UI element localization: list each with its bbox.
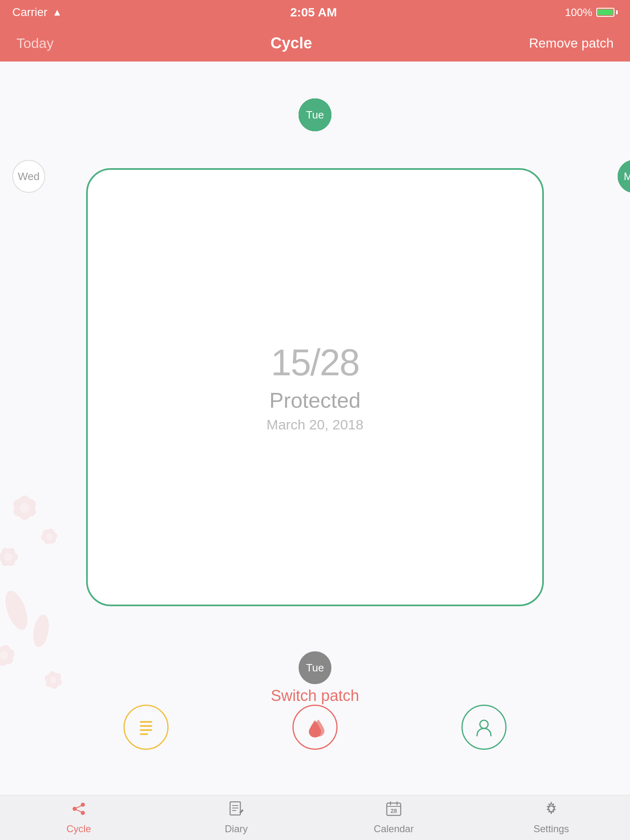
svg-point-26 bbox=[480, 720, 488, 728]
cycle-info-card[interactable]: 15/28 Protected March 20, 2018 bbox=[86, 168, 544, 606]
status-time: 2:05 AM bbox=[290, 5, 337, 19]
drop-icon bbox=[305, 717, 325, 737]
header-title: Cycle bbox=[271, 34, 312, 52]
left-day-badge[interactable]: Wed bbox=[12, 160, 45, 193]
status-right: 100% bbox=[565, 6, 618, 19]
svg-line-31 bbox=[76, 810, 82, 812]
battery-icon bbox=[596, 8, 618, 17]
status-bar: Carrier ▲ 2:05 AM 100% bbox=[0, 0, 630, 25]
svg-point-15 bbox=[0, 646, 16, 664]
svg-point-21 bbox=[50, 677, 57, 683]
svg-rect-23 bbox=[140, 725, 152, 727]
main-content: TueWedThuFriSatSunMonTue MonSunSatFriThu… bbox=[0, 62, 630, 795]
svg-point-8 bbox=[42, 527, 57, 546]
status-left: Carrier ▲ bbox=[12, 6, 62, 19]
tab-settings[interactable]: Settings bbox=[472, 795, 630, 840]
tab-bar: Cycle Diary 28 Calendar bbox=[0, 795, 630, 840]
cycle-fraction: 15/28 bbox=[271, 342, 359, 384]
svg-text:28: 28 bbox=[390, 808, 397, 814]
app-header: Today Cycle Remove patch bbox=[0, 25, 630, 62]
svg-rect-25 bbox=[140, 733, 148, 735]
svg-rect-22 bbox=[140, 721, 152, 723]
svg-point-7 bbox=[4, 553, 12, 561]
tab-diary[interactable]: Diary bbox=[158, 795, 315, 840]
remove-patch-button[interactable]: Remove patch bbox=[529, 36, 614, 51]
svg-rect-24 bbox=[140, 729, 152, 731]
svg-point-2 bbox=[10, 495, 39, 520]
tab-calendar[interactable]: 28 Calendar bbox=[315, 795, 472, 840]
list-icon bbox=[136, 717, 156, 737]
svg-point-14 bbox=[0, 644, 13, 668]
calendar-tab-icon: 28 bbox=[386, 801, 402, 821]
today-label: Today bbox=[16, 35, 54, 51]
switch-patch-button[interactable]: Switch patch bbox=[0, 687, 630, 705]
svg-point-4 bbox=[0, 546, 18, 568]
svg-point-20 bbox=[43, 672, 64, 688]
svg-point-0 bbox=[17, 495, 32, 520]
profile-icon-circle[interactable] bbox=[461, 705, 507, 750]
quick-action-icons bbox=[0, 705, 630, 750]
right-day-badge[interactable]: Mon bbox=[618, 160, 630, 193]
diary-icon-circle[interactable] bbox=[123, 705, 169, 750]
svg-point-1 bbox=[10, 495, 39, 520]
svg-point-16 bbox=[0, 643, 16, 667]
svg-point-10 bbox=[40, 527, 58, 546]
tab-cycle[interactable]: Cycle bbox=[0, 795, 158, 840]
battery-percent: 100% bbox=[565, 6, 593, 19]
period-icon-circle[interactable] bbox=[292, 705, 338, 750]
svg-point-11 bbox=[46, 533, 52, 540]
svg-point-28 bbox=[81, 803, 85, 807]
tab-settings-label: Settings bbox=[534, 823, 569, 835]
settings-tab-icon bbox=[543, 801, 559, 821]
svg-point-9 bbox=[40, 530, 58, 543]
tab-cycle-label: Cycle bbox=[66, 823, 91, 835]
person-icon bbox=[474, 717, 494, 737]
bottom-day-badge[interactable]: Tue bbox=[299, 651, 331, 684]
svg-point-3 bbox=[20, 503, 30, 513]
tab-calendar-label: Calendar bbox=[374, 823, 413, 835]
carrier-label: Carrier bbox=[12, 6, 48, 19]
wifi-icon: ▲ bbox=[52, 7, 62, 18]
svg-point-27 bbox=[73, 807, 77, 811]
tab-diary-label: Diary bbox=[225, 823, 248, 835]
diary-tab-icon bbox=[228, 801, 244, 821]
cycle-date: March 20, 2018 bbox=[267, 417, 363, 433]
svg-line-30 bbox=[76, 806, 82, 808]
cycle-status: Protected bbox=[269, 388, 361, 413]
svg-point-29 bbox=[81, 811, 85, 815]
svg-point-12 bbox=[1, 588, 32, 632]
svg-point-17 bbox=[0, 651, 8, 660]
svg-point-5 bbox=[0, 551, 18, 563]
svg-point-13 bbox=[31, 613, 51, 648]
svg-point-6 bbox=[0, 546, 18, 568]
top-day-badge[interactable]: Tue bbox=[299, 98, 331, 131]
cycle-tab-icon bbox=[71, 801, 87, 821]
